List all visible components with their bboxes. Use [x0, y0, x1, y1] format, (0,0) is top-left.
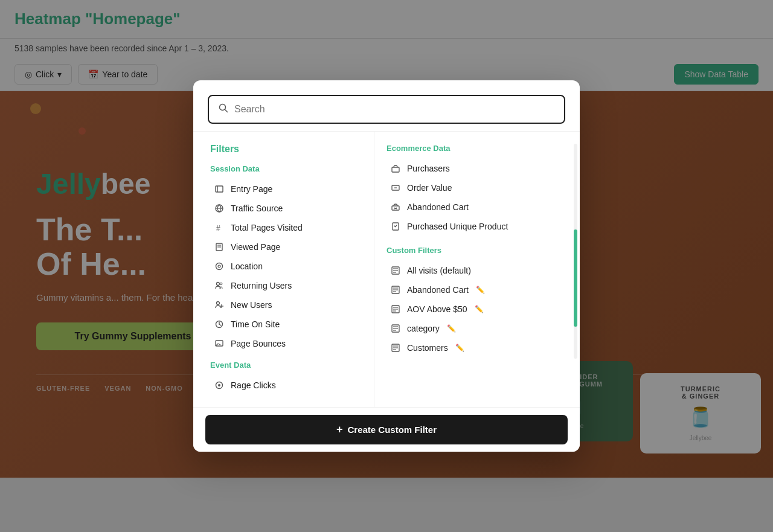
search-icon — [219, 103, 228, 115]
search-input[interactable] — [234, 104, 554, 115]
category-icon — [390, 323, 401, 334]
purchased-unique-icon — [390, 221, 401, 232]
filter-time-on-site[interactable]: Time On Site — [210, 315, 362, 334]
abandoned-cart-icon — [390, 202, 401, 213]
modal-footer: + Create Custom Filter — [193, 407, 580, 452]
svg-rect-2 — [216, 186, 223, 192]
filter-customers[interactable]: Customers ✏️ — [386, 338, 558, 357]
abandoned-cart-custom-icon — [390, 284, 401, 295]
aov-above-edit-icon: ✏️ — [475, 305, 484, 313]
category-edit-icon: ✏️ — [447, 324, 456, 333]
left-panel: Filters Session Data Entry Page — [193, 132, 374, 407]
new-users-icon — [214, 300, 225, 310]
time-on-site-icon — [214, 319, 225, 330]
page-bounces-icon — [214, 338, 225, 349]
customers-label: Customers — [407, 343, 448, 353]
custom-filters-title: Custom Filters — [386, 246, 558, 255]
svg-point-12 — [217, 283, 220, 286]
filter-total-pages[interactable]: # Total Pages Visited — [210, 218, 362, 237]
create-custom-filter-button[interactable]: + Create Custom Filter — [205, 415, 568, 444]
all-visits-label: All visits (default) — [407, 266, 471, 275]
purchased-unique-label: Purchased Unique Product — [407, 222, 508, 231]
abandoned-cart-edit-icon: ✏️ — [476, 286, 485, 294]
all-visits-icon — [390, 265, 401, 276]
entry-page-icon — [214, 184, 225, 194]
customers-icon — [390, 342, 401, 353]
filter-page-bounces[interactable]: Page Bounces — [210, 334, 362, 353]
filter-modal: Filters Session Data Entry Page — [193, 80, 580, 452]
filter-abandoned-cart-custom[interactable]: Abandoned Cart ✏️ — [386, 280, 558, 300]
rage-clicks-icon — [214, 380, 225, 391]
svg-line-19 — [219, 324, 221, 325]
rage-clicks-label: Rage Clicks — [231, 380, 276, 390]
svg-point-24 — [218, 384, 220, 386]
svg-point-11 — [218, 265, 220, 268]
modal-overlay[interactable]: Filters Session Data Entry Page — [0, 0, 773, 532]
svg-point-14 — [217, 302, 220, 305]
session-data-title: Session Data — [210, 164, 362, 173]
location-icon — [214, 261, 225, 272]
purchasers-label: Purchasers — [407, 164, 450, 173]
svg-point-13 — [220, 283, 222, 285]
total-pages-label: Total Pages Visited — [231, 223, 303, 232]
filter-category[interactable]: category ✏️ — [386, 319, 558, 338]
purchasers-icon — [390, 163, 401, 174]
customers-edit-icon: ✏️ — [455, 344, 464, 352]
time-on-site-label: Time On Site — [231, 319, 280, 329]
ecommerce-title: Ecommerce Data — [386, 144, 558, 153]
filter-purchased-unique[interactable]: Purchased Unique Product — [386, 217, 558, 236]
scrollbar-track[interactable] — [574, 144, 577, 359]
search-box — [208, 95, 565, 124]
custom-filters-section: Custom Filters All — [386, 246, 558, 357]
filter-purchasers[interactable]: Purchasers — [386, 159, 558, 178]
filter-new-users[interactable]: New Users — [210, 295, 362, 315]
svg-line-22 — [218, 344, 220, 345]
right-panel: Ecommerce Data Purchasers — [374, 132, 580, 407]
returning-users-icon — [214, 280, 225, 291]
filters-title: Filters — [210, 144, 362, 155]
right-panel-content: Ecommerce Data Purchasers — [386, 144, 568, 357]
order-value-icon — [390, 182, 401, 193]
filter-viewed-page[interactable]: Viewed Page — [210, 237, 362, 257]
abandoned-cart-label: Abandoned Cart — [407, 202, 469, 212]
traffic-source-icon — [214, 203, 225, 214]
filter-rage-clicks[interactable]: Rage Clicks — [210, 376, 362, 395]
modal-body: Filters Session Data Entry Page — [193, 132, 580, 407]
plus-icon: + — [336, 423, 343, 436]
filter-all-visits[interactable]: All visits (default) — [386, 261, 558, 280]
svg-rect-25 — [392, 167, 399, 172]
viewed-page-label: Viewed Page — [231, 242, 280, 252]
svg-text:#: # — [216, 224, 220, 232]
abandoned-cart-custom-label: Abandoned Cart — [407, 285, 469, 295]
returning-users-label: Returning Users — [231, 281, 292, 290]
ecommerce-section: Ecommerce Data Purchasers — [386, 144, 558, 236]
total-pages-icon: # — [214, 222, 225, 233]
filter-traffic-source[interactable]: Traffic Source — [210, 199, 362, 218]
new-users-label: New Users — [231, 300, 272, 310]
svg-point-10 — [216, 263, 223, 270]
filter-order-value[interactable]: Order Value — [386, 178, 558, 197]
filter-location[interactable]: Location — [210, 257, 362, 276]
filter-entry-page[interactable]: Entry Page — [210, 179, 362, 199]
order-value-label: Order Value — [407, 183, 452, 193]
svg-line-1 — [225, 110, 228, 112]
event-data-title: Event Data — [210, 361, 362, 370]
viewed-page-icon — [214, 242, 225, 252]
filter-abandoned-cart[interactable]: Abandoned Cart — [386, 197, 558, 217]
category-label: category — [407, 324, 440, 333]
aov-above-label: AOV Above $50 — [407, 304, 467, 314]
location-label: Location — [231, 261, 263, 271]
page-bounces-label: Page Bounces — [231, 339, 286, 348]
entry-page-label: Entry Page — [231, 184, 272, 194]
search-area — [193, 80, 580, 132]
traffic-source-label: Traffic Source — [231, 204, 283, 213]
filter-returning-users[interactable]: Returning Users — [210, 276, 362, 295]
scrollbar-thumb[interactable] — [574, 229, 577, 326]
filter-aov-above[interactable]: AOV Above $50 ✏️ — [386, 300, 558, 319]
aov-above-icon — [390, 304, 401, 315]
